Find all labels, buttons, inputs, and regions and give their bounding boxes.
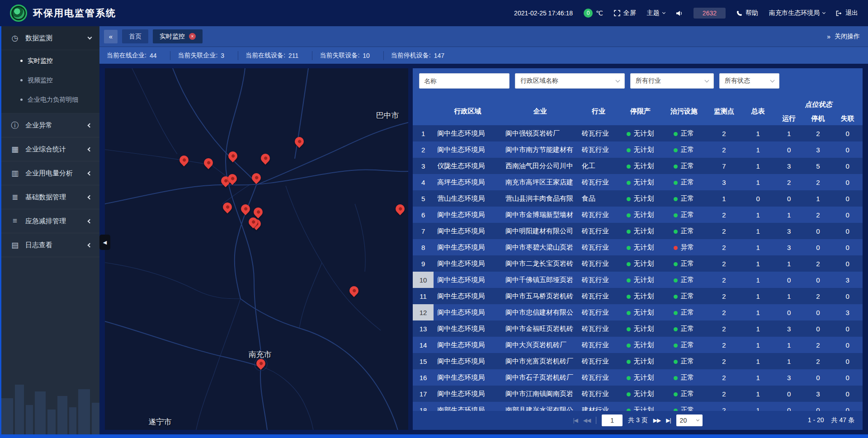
- table-row[interactable]: 2阆中生态环境局阆中市南方节能建材有砖瓦行业无计划正常21030: [413, 141, 863, 158]
- sidebar-group-label: 应急减排管理: [25, 217, 82, 226]
- logout-button[interactable]: 退出: [836, 9, 858, 17]
- region-cell: 阆中生态环境局: [434, 369, 502, 386]
- first-page-button[interactable]: |◀: [573, 417, 577, 424]
- header-industry[interactable]: 行业: [578, 94, 619, 125]
- sidebar-group-company-statistics[interactable]: ▦ 企业综合统计: [1, 137, 99, 161]
- announcement-button[interactable]: [676, 10, 683, 16]
- sidebar-item-video-monitor[interactable]: 视频监控: [1, 71, 99, 90]
- total-meters-cell: 1: [742, 272, 774, 288]
- table-row[interactable]: 14阆中生态环境局阆中大兴页岩机砖厂砖瓦行业无计划正常21120: [413, 337, 863, 353]
- header-region[interactable]: 行政区域: [434, 94, 502, 125]
- limit-production-cell: 无计划: [619, 353, 661, 369]
- header-run[interactable]: 运行: [774, 112, 803, 125]
- status-dot: [627, 278, 631, 283]
- table-row[interactable]: 17阆中生态环境局阆中市江南镇阆南页岩砖瓦行业无计划正常21030: [413, 386, 863, 402]
- table-row[interactable]: 5营山生态环境局营山县润丰肉食品有限食品无计划正常10010: [413, 190, 863, 207]
- lost-count-cell: 3: [833, 304, 863, 320]
- sidebar-group-power-analysis[interactable]: ▥ 企业用电量分析: [1, 161, 99, 185]
- total-meters-cell: 1: [742, 304, 774, 320]
- page-number-input[interactable]: [602, 414, 623, 426]
- facility-status-cell: 正常: [662, 402, 706, 411]
- table-row[interactable]: 12阆中生态环境局阆中市忠信建材有限公砖瓦行业无计划正常21003: [413, 304, 863, 320]
- table-row[interactable]: 7阆中生态环境局阆中明阳建材有限公司砖瓦行业无计划正常21300: [413, 223, 863, 239]
- region-filter-select[interactable]: 行政区域名称: [515, 73, 625, 89]
- status-dot: [674, 278, 678, 283]
- document-icon: ▤: [10, 240, 19, 250]
- sidebar-group-label: 日志查看: [25, 241, 82, 250]
- alert-count-badge[interactable]: 2632: [693, 8, 726, 19]
- region-cell: 阆中生态环境局: [434, 255, 502, 272]
- table-row[interactable]: 10阆中生态环境局阆中千佛镇五郎垭页岩砖瓦行业无计划正常21003: [413, 272, 863, 288]
- map-collapse-button[interactable]: ◀: [99, 235, 110, 250]
- company-cell: 阆中市金博瑞新型墙材: [502, 207, 578, 223]
- sidebar-group-base-data[interactable]: ≣ 基础数据管理: [1, 185, 99, 209]
- table-row[interactable]: 4高坪生态环境局南充市高坪区王家店建砖瓦行业无计划正常31220: [413, 174, 863, 190]
- company-cell: 阆中市金福旺页岩机砖: [502, 320, 578, 337]
- stat-stopped-devices: 当前停机设备: 147: [384, 51, 458, 60]
- total-pages-label: 共 3 页: [628, 416, 648, 424]
- close-operations-button[interactable]: » 关闭操作: [827, 33, 863, 41]
- app-title: 环保用电监管系统: [33, 7, 116, 19]
- industry-filter-select[interactable]: 所有行业: [630, 73, 714, 89]
- lost-count-cell: 0: [833, 223, 863, 239]
- theme-dropdown[interactable]: 主题: [647, 9, 665, 17]
- info-icon: ⓘ: [10, 120, 19, 131]
- last-page-button[interactable]: ▶|: [666, 417, 670, 424]
- status-dot: [627, 360, 631, 364]
- tab-realtime-monitor[interactable]: 实时监控 ×: [153, 29, 203, 43]
- running-count-cell: 1: [774, 337, 803, 353]
- sidebar-group-log-view[interactable]: ▤ 日志查看: [1, 233, 99, 257]
- limit-production-cell: 无计划: [619, 125, 661, 141]
- prev-page-button[interactable]: ◀◀: [583, 417, 590, 424]
- header-meters[interactable]: 总表: [742, 94, 774, 125]
- table-row[interactable]: 1阆中生态环境局阆中强锐页岩砖厂砖瓦行业无计划正常21120: [413, 125, 863, 141]
- header-company[interactable]: 企业: [502, 94, 578, 125]
- help-button[interactable]: 帮助: [736, 9, 758, 17]
- next-page-button[interactable]: ▶▶: [653, 417, 660, 424]
- tabs-scroll-right-icon: »: [827, 33, 830, 40]
- table-row[interactable]: 13阆中生态环境局阆中市金福旺页岩机砖砖瓦行业无计划正常21300: [413, 320, 863, 337]
- facility-status-cell: 正常: [662, 207, 706, 223]
- sidebar-item-realtime-monitor[interactable]: 实时监控: [1, 51, 99, 71]
- table-row[interactable]: 11阆中生态环境局阆中市五马桥页岩机砖砖瓦行业无计划正常21120: [413, 288, 863, 304]
- name-filter-input[interactable]: [419, 73, 509, 89]
- row-number-cell: 6: [413, 207, 434, 223]
- sidebar-group-data-monitor[interactable]: ◷ 数据监测: [1, 26, 99, 50]
- table-row[interactable]: 18南部生态环境局南部县建兴水泥有限公建材行业无计划正常21000: [413, 402, 863, 411]
- company-cell: 南部县建兴水泥有限公: [502, 402, 578, 411]
- header-points[interactable]: 监测点: [706, 94, 741, 125]
- page-size-select[interactable]: 20: [676, 414, 703, 426]
- status-filter-select[interactable]: 所有状态: [719, 73, 779, 89]
- total-meters-cell: 1: [742, 369, 774, 386]
- top-nav: 2021-02-25 17:46:18 0 ℃ 全屏 主题 2632 帮助 南充…: [514, 8, 858, 19]
- lost-count-cell: 0: [833, 369, 863, 386]
- sidebar-group-company-abnormal[interactable]: ⓘ 企业异常: [1, 113, 99, 137]
- running-count-cell: 3: [774, 369, 803, 386]
- header-limit[interactable]: 停限产: [619, 94, 661, 125]
- sidebar-item-power-load-detail[interactable]: 企业电力负荷明细: [1, 90, 99, 109]
- tab-close-icon[interactable]: ×: [189, 33, 196, 40]
- table-row[interactable]: 6阆中生态环境局阆中市金博瑞新型墙材砖瓦行业无计划正常21120: [413, 207, 863, 223]
- total-meters-cell: 1: [742, 125, 774, 141]
- facility-status-cell: 正常: [662, 174, 706, 190]
- fullscreen-button[interactable]: 全屏: [614, 9, 636, 17]
- running-count-cell: 0: [774, 272, 803, 288]
- header-lost[interactable]: 失联: [833, 112, 863, 125]
- map-canvas[interactable]: 巴中市南充市遂宁市: [105, 68, 408, 430]
- header-facility[interactable]: 治污设施: [662, 94, 706, 125]
- org-dropdown[interactable]: 南充市生态环境局: [769, 9, 825, 17]
- tabs-scroll-left-button[interactable]: «: [104, 30, 118, 43]
- table-row[interactable]: 8阆中生态环境局阆中市枣碧大梁山页岩砖瓦行业无计划异常21300: [413, 239, 863, 255]
- sidebar-group-emergency-reduction[interactable]: ≡ 应急减排管理: [1, 209, 99, 233]
- header-stop[interactable]: 停机: [803, 112, 832, 125]
- monitor-points-cell: 2: [706, 386, 741, 402]
- tab-home[interactable]: 首页: [122, 29, 148, 43]
- status-dot: [627, 344, 631, 348]
- company-cell: 阆中市五马桥页岩机砖: [502, 288, 578, 304]
- table-row[interactable]: 15阆中生态环境局阆中市光富页岩机砖厂砖瓦行业无计划正常21120: [413, 353, 863, 369]
- table-row[interactable]: 16阆中生态环境局阆中市石子页岩机砖厂砖瓦行业无计划正常21300: [413, 369, 863, 386]
- status-dot: [627, 230, 631, 234]
- company-cell: 营山县润丰肉食品有限: [502, 190, 578, 207]
- table-row[interactable]: 3仪陇生态环境局西南油气田分公司川中化工无计划正常71350: [413, 158, 863, 174]
- table-row[interactable]: 9阆中生态环境局阆中市二龙长宝页岩砖砖瓦行业无计划正常21120: [413, 255, 863, 272]
